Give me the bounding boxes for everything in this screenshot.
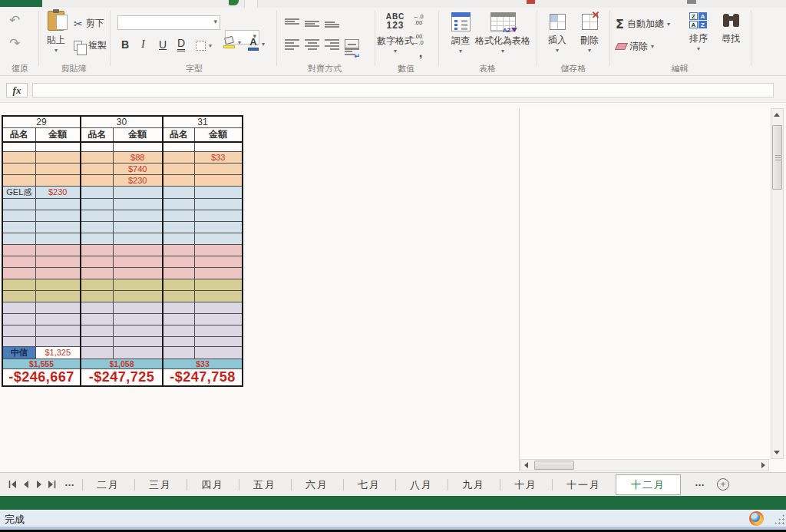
data-cell[interactable] xyxy=(113,142,163,151)
data-cell[interactable]: GEL感 xyxy=(2,186,35,198)
data-cell[interactable] xyxy=(163,163,194,174)
data-cell[interactable] xyxy=(113,290,163,302)
data-cell[interactable] xyxy=(2,267,35,279)
column-header[interactable]: 品名 xyxy=(163,128,194,143)
data-cell[interactable] xyxy=(113,233,163,244)
data-cell[interactable] xyxy=(81,346,113,359)
sheet-tab-十二月[interactable]: 十二月 xyxy=(616,474,681,495)
data-cell[interactable] xyxy=(81,233,113,244)
scroll-right-button[interactable] xyxy=(761,462,765,468)
data-cell[interactable] xyxy=(113,198,163,210)
total-cell[interactable]: -$247,758 xyxy=(163,368,243,386)
data-cell[interactable] xyxy=(81,336,113,346)
find-button[interactable]: 尋找 xyxy=(715,14,746,45)
data-cell[interactable] xyxy=(113,256,163,267)
font-color-button[interactable]: A▾ xyxy=(248,38,265,51)
sheet-tab-九月[interactable]: 九月 xyxy=(447,474,500,496)
data-cell[interactable] xyxy=(81,279,113,290)
sheet-tab-六月[interactable]: 六月 xyxy=(291,474,343,496)
column-header[interactable]: 品名 xyxy=(81,128,113,143)
fill-color-button[interactable]: ▾ xyxy=(223,37,241,48)
data-cell[interactable] xyxy=(35,256,81,267)
data-cell[interactable] xyxy=(194,142,243,151)
sheet-tab-五月[interactable]: 五月 xyxy=(239,474,291,496)
data-cell[interactable] xyxy=(194,325,243,336)
data-cell[interactable] xyxy=(81,163,113,174)
data-cell[interactable] xyxy=(2,210,35,221)
align-right-button[interactable] xyxy=(325,39,339,50)
data-cell[interactable] xyxy=(81,221,113,233)
data-cell[interactable] xyxy=(163,346,194,359)
horizontal-scrollbar[interactable] xyxy=(520,459,769,471)
data-cell[interactable] xyxy=(35,233,81,244)
first-sheet-button[interactable] xyxy=(6,477,19,491)
data-cell[interactable]: $1,325 xyxy=(35,346,81,359)
data-cell[interactable] xyxy=(194,163,243,174)
total-cell[interactable]: -$246,667 xyxy=(2,368,81,386)
fx-button[interactable]: fx xyxy=(6,83,28,97)
data-cell[interactable]: $88 xyxy=(113,151,163,163)
autosum-button[interactable]: Σ 自動加總 ▾ xyxy=(616,17,670,31)
data-cell[interactable] xyxy=(81,142,113,151)
decrease-decimal-button[interactable]: .00 →.0 xyxy=(413,34,424,46)
data-cell[interactable] xyxy=(194,256,243,267)
data-cell[interactable] xyxy=(163,198,194,210)
data-cell[interactable] xyxy=(163,313,194,325)
data-cell[interactable] xyxy=(35,151,81,163)
data-cell[interactable] xyxy=(194,267,243,279)
align-center-button[interactable] xyxy=(305,39,319,50)
data-cell[interactable] xyxy=(163,142,194,151)
sheet-tab-三月[interactable]: 三月 xyxy=(134,474,187,496)
data-cell[interactable] xyxy=(163,221,194,233)
data-cell[interactable] xyxy=(194,313,243,325)
data-cell[interactable] xyxy=(35,198,81,210)
firefox-icon[interactable] xyxy=(749,511,764,526)
last-sheet-button[interactable] xyxy=(45,477,58,491)
data-cell[interactable] xyxy=(81,302,113,313)
data-cell[interactable] xyxy=(35,279,81,290)
data-cell[interactable] xyxy=(2,151,35,163)
increase-decimal-button[interactable]: ←.0 .00 xyxy=(413,14,424,26)
data-cell[interactable] xyxy=(35,210,81,221)
data-cell[interactable] xyxy=(194,174,243,186)
italic-button[interactable]: I xyxy=(141,38,145,51)
data-cell[interactable] xyxy=(194,233,243,244)
data-cell[interactable]: $230 xyxy=(113,174,163,186)
data-cell[interactable] xyxy=(163,279,194,290)
data-cell[interactable] xyxy=(163,267,194,279)
vertical-scrollbar[interactable] xyxy=(771,108,784,459)
data-cell[interactable] xyxy=(35,244,81,256)
data-cell[interactable] xyxy=(113,221,163,233)
total-cell[interactable]: -$247,725 xyxy=(81,368,163,386)
vertical-scroll-thumb[interactable] xyxy=(772,125,782,190)
data-cell[interactable] xyxy=(163,174,194,186)
data-cell[interactable] xyxy=(2,244,35,256)
undo-button[interactable]: ↶ xyxy=(9,14,20,28)
sheet-tab-八月[interactable]: 八月 xyxy=(395,474,447,496)
insert-cells-button[interactable]: 插入 ▾ xyxy=(542,14,573,54)
double-underline-button[interactable]: D xyxy=(177,38,185,51)
data-cell[interactable] xyxy=(113,210,163,221)
align-left-button[interactable] xyxy=(285,39,299,50)
data-cell[interactable]: $33 xyxy=(194,151,243,163)
data-cell[interactable] xyxy=(113,336,163,346)
scroll-up-button[interactable] xyxy=(774,113,780,117)
data-cell[interactable]: 中信 xyxy=(2,346,35,359)
scroll-down-button[interactable] xyxy=(774,451,780,454)
data-cell[interactable] xyxy=(35,142,81,151)
data-cell[interactable] xyxy=(35,325,81,336)
data-cell[interactable] xyxy=(2,142,35,151)
data-cell[interactable] xyxy=(163,325,194,336)
number-format-button[interactable]: ABC 123 數字格式 ▾ xyxy=(378,12,413,55)
format-as-table-button[interactable]: AZ 格式化為表格 ▾ xyxy=(470,12,536,55)
data-cell[interactable] xyxy=(194,186,243,198)
tab-overflow-left[interactable]: … xyxy=(58,477,82,493)
data-cell[interactable] xyxy=(81,256,113,267)
data-cell[interactable] xyxy=(35,163,81,174)
data-cell[interactable] xyxy=(81,186,113,198)
worksheet-area[interactable]: 293031品名金額品名金額品名金額$88$33$740$230GEL感$230… xyxy=(0,102,786,472)
data-cell[interactable] xyxy=(163,336,194,346)
paste-button[interactable]: 貼上 ▾ xyxy=(40,11,72,54)
data-cell[interactable] xyxy=(81,267,113,279)
delete-cells-button[interactable]: 刪除 ▾ xyxy=(574,14,605,54)
